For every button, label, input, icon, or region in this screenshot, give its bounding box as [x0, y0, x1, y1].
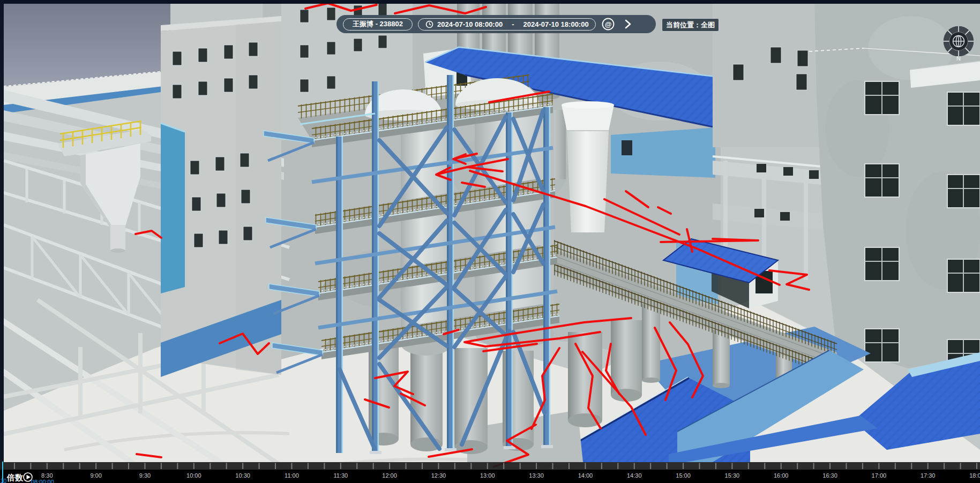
locate-button[interactable]: @ — [601, 17, 615, 31]
timeline-label: 8:30 — [41, 472, 53, 479]
time-range-picker[interactable]: 2024-07-10 08:00:00 - 2024-07-10 18:00:0… — [418, 18, 596, 31]
timeline-label: 11:30 — [333, 472, 348, 479]
app-window: 王振博 - 238802 2024-07-10 08:00:00 - 2024-… — [0, 0, 980, 483]
speed-multiplier-value: 30 — [1, 478, 6, 483]
timeline-label: 11:00 — [285, 472, 299, 479]
timeline-label: 9:30 — [139, 472, 151, 479]
timeline-label: 15:00 — [676, 472, 691, 479]
timeline-label: 12:00 — [382, 472, 397, 479]
plant-3d-viewport[interactable] — [0, 0, 980, 483]
timeline-label: 12:30 — [431, 472, 446, 479]
timeline-label: 14:30 — [627, 472, 642, 479]
timeline-label: 9:00 — [90, 472, 101, 479]
left-building — [161, 16, 281, 377]
compass-widget[interactable]: N — [941, 24, 976, 64]
timeline-label: 16:30 — [822, 472, 837, 479]
play-trajectory-button[interactable] — [620, 17, 634, 31]
time-range-end: 2024-07-10 18:00:00 — [523, 20, 589, 28]
timeline-label: 13:00 — [480, 472, 495, 479]
play-button[interactable] — [23, 472, 33, 483]
timeline-label: 18:00 — [969, 472, 980, 479]
timeline-ticks — [0, 462, 980, 470]
person-selector-label: 王振博 - 238802 — [353, 19, 403, 29]
person-selector[interactable]: 王振博 - 238802 — [343, 18, 413, 31]
timeline-track[interactable] — [0, 462, 980, 470]
current-playback-time: 08:00:00 — [31, 479, 54, 483]
current-location-label: 当前位置：全图 — [666, 21, 715, 29]
timeline-label: 10:30 — [235, 472, 250, 479]
timeline-label: 15:30 — [725, 472, 740, 479]
timeline-label: 17:30 — [921, 472, 936, 479]
speed-label: 倍数 — [7, 473, 23, 483]
timeline-labels: 8:309:009:3010:0010:3011:0011:3012:0012:… — [0, 470, 980, 483]
compass-north-label: N — [956, 55, 961, 62]
time-range-separator: - — [512, 20, 514, 28]
time-range-start: 2024-07-10 08:00:00 — [437, 20, 503, 28]
playback-toolbar: 王振博 - 238802 2024-07-10 08:00:00 - 2024-… — [336, 15, 656, 33]
timeline-label: 16:00 — [774, 472, 789, 479]
timeline-label: 10:00 — [186, 472, 201, 479]
svg-text:@: @ — [604, 20, 611, 28]
timeline-label: 13:30 — [529, 472, 544, 479]
clock-icon — [425, 20, 433, 28]
current-location-badge: 当前位置：全图 — [662, 18, 719, 32]
timeline-label: 14:00 — [578, 472, 593, 479]
timeline-label: 17:00 — [872, 472, 887, 479]
